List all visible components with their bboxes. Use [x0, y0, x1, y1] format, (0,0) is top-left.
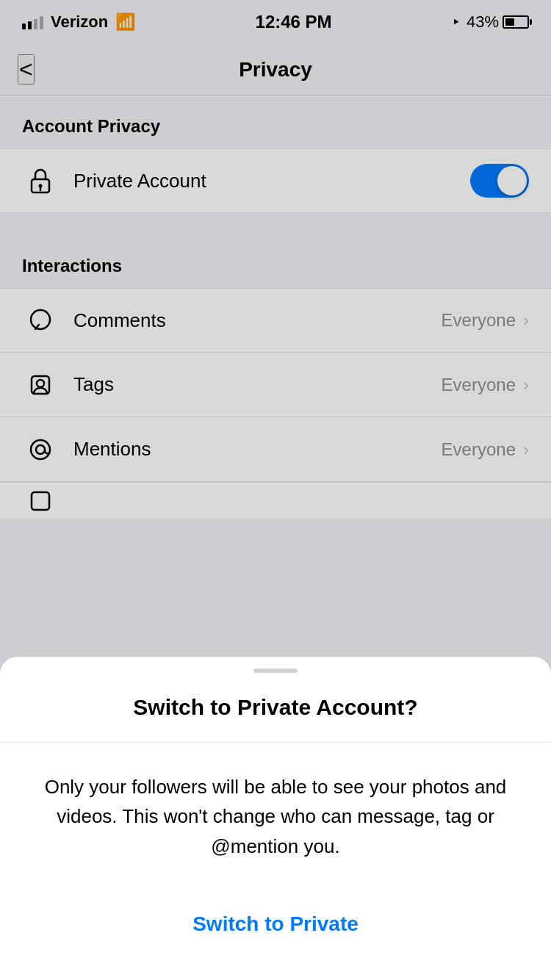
- bottom-sheet: Switch to Private Account? Only your fol…: [0, 657, 551, 980]
- sheet-title: Switch to Private Account?: [0, 673, 551, 720]
- sheet-body: Only your followers will be able to see …: [0, 743, 551, 890]
- switch-to-private-button[interactable]: Switch to Private: [178, 905, 373, 943]
- sheet-description: Only your followers will be able to see …: [37, 772, 514, 861]
- sheet-action-area: Switch to Private: [0, 890, 551, 951]
